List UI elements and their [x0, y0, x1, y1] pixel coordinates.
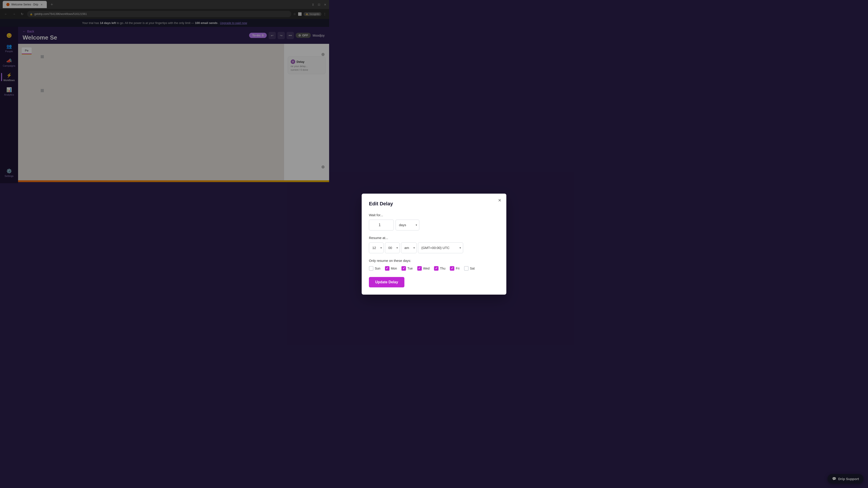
- modal-overlay[interactable]: Edit Delay ✕ Wait for... minutes hours d…: [0, 0, 329, 184]
